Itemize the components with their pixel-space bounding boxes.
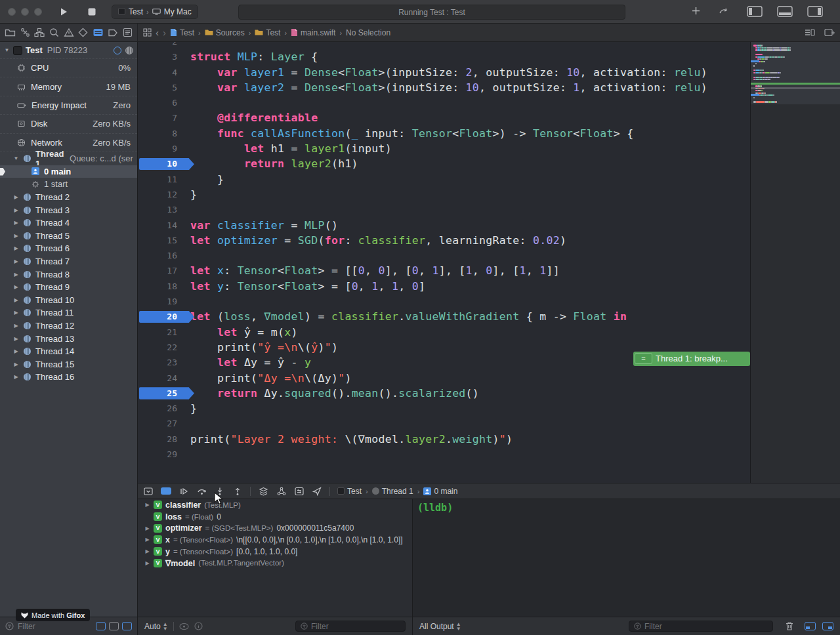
editor-mode-icon[interactable]: [719, 6, 730, 16]
forward-icon[interactable]: ›: [163, 27, 166, 38]
show-stack-frames-icon[interactable]: [122, 622, 132, 630]
step-out-icon[interactable]: [232, 486, 243, 497]
add-editor-icon[interactable]: [824, 28, 835, 37]
variable-row-classifier[interactable]: ▶Vclassifier(Test.MLP): [138, 499, 412, 511]
disclosure-triangle-icon[interactable]: ▼: [4, 47, 10, 53]
source-editor[interactable]: 23struct MLP: Layer {4 var layer1 = Dens…: [138, 42, 840, 483]
test-navigator-icon[interactable]: [78, 28, 88, 37]
gauge-row-memory[interactable]: Memory19 MB: [0, 77, 137, 96]
disclosure-triangle-icon[interactable]: ▶: [13, 245, 19, 251]
variable-row-∇model[interactable]: ▶V∇model(Test.MLP.TangentVector): [138, 557, 412, 569]
disclosure-triangle-icon[interactable]: ▶: [13, 284, 19, 290]
toggle-navigator-icon[interactable]: [747, 6, 763, 17]
disclosure-triangle-icon[interactable]: ▶: [13, 361, 19, 367]
debug-breadcrumb-item[interactable]: 0 main: [423, 487, 457, 496]
disclosure-triangle-icon[interactable]: ▶: [13, 233, 19, 239]
thread-row-3[interactable]: ▶Thread 3: [0, 203, 137, 216]
variable-row-y[interactable]: ▶Vy= (Tensor<Float>)[0.0, 1.0, 1.0, 0.0]: [138, 546, 412, 558]
disclosure-triangle-icon[interactable]: ▶: [13, 220, 19, 226]
disclosure-triangle-icon[interactable]: ▶: [13, 336, 19, 342]
gutter-line-15[interactable]: 15: [138, 233, 190, 248]
gutter-line-9[interactable]: 9: [138, 141, 190, 156]
thread-row-7[interactable]: ▶Thread 7: [0, 255, 137, 268]
variable-row-optimizer[interactable]: ▶Voptimizer= (SGD<Test.MLP>)0x000000011c…: [138, 522, 412, 534]
disclosure-triangle-icon[interactable]: ▶: [13, 348, 19, 354]
console-scope-select[interactable]: All Output ▲▼: [419, 622, 461, 631]
disclosure-triangle-icon[interactable]: ▶: [144, 537, 150, 543]
disclosure-triangle-icon[interactable]: ▶: [13, 297, 19, 303]
debug-breadcrumb-item[interactable]: Test: [337, 487, 362, 496]
gutter-line-27[interactable]: 27: [138, 416, 190, 431]
thread-row-15[interactable]: ▶Thread 15: [0, 358, 137, 371]
code-area[interactable]: 23struct MLP: Layer {4 var layer1 = Dens…: [138, 42, 840, 462]
thread-row-11[interactable]: ▶Thread 11: [0, 306, 137, 319]
debug-navigator-icon[interactable]: [93, 28, 104, 37]
variables-scope-select[interactable]: Auto ▲▼: [144, 622, 168, 631]
breadcrumb-item[interactable]: No Selection: [346, 28, 390, 37]
thread-row-12[interactable]: ▶Thread 12: [0, 319, 137, 333]
project-navigator-icon[interactable]: [5, 28, 16, 37]
thread-row-4[interactable]: ▶Thread 4: [0, 216, 137, 230]
gutter-line-2[interactable]: 2: [138, 42, 190, 49]
breadcrumb-item[interactable]: Test: [170, 28, 194, 37]
report-navigator-icon[interactable]: [123, 28, 133, 37]
view-process-by-queue-icon[interactable]: [125, 47, 133, 54]
disclosure-triangle-icon[interactable]: ▶: [144, 560, 150, 566]
variable-row-x[interactable]: ▶Vx= (Tensor<Float>)\n[[0.0, 0.0],\n [0.…: [138, 534, 412, 546]
gutter-line-8[interactable]: 8: [138, 126, 190, 141]
simulate-location-icon[interactable]: [312, 486, 322, 497]
thread-row-9[interactable]: ▶Thread 9: [0, 281, 137, 294]
gutter-line-26[interactable]: 26: [138, 401, 190, 416]
gutter-line-21[interactable]: 21: [138, 325, 190, 340]
variable-row-loss[interactable]: Vloss= (Float)0: [138, 511, 412, 523]
debug-breadcrumb-item[interactable]: Thread 1: [372, 487, 413, 496]
minimap[interactable]: [751, 42, 840, 483]
back-icon[interactable]: ‹: [156, 27, 159, 38]
gauge-row-energy[interactable]: Energy ImpactZero: [0, 96, 137, 115]
memory-graph-icon[interactable]: [276, 486, 287, 497]
disclosure-triangle-icon[interactable]: ▶: [13, 374, 19, 380]
toggle-console-view-icon[interactable]: [822, 622, 833, 630]
hide-debug-area-icon[interactable]: [143, 486, 154, 497]
close-window-button[interactable]: [8, 8, 16, 16]
breadcrumb-item[interactable]: Sources: [205, 28, 245, 37]
thread-row-8[interactable]: ▶Thread 8: [0, 268, 137, 281]
console-view[interactable]: (lldb): [412, 499, 840, 617]
gutter-line-14[interactable]: 14: [138, 218, 190, 233]
library-add-icon[interactable]: [691, 6, 701, 16]
thread-row-16[interactable]: ▶Thread 16: [0, 371, 137, 384]
disclosure-triangle-icon[interactable]: ▶: [13, 310, 19, 316]
gutter-line-6[interactable]: 6: [138, 95, 190, 110]
run-button[interactable]: [59, 7, 68, 16]
disclosure-triangle-icon[interactable]: ▶: [144, 525, 150, 531]
gutter-line-23[interactable]: 23: [138, 355, 190, 370]
breakpoint-navigator-icon[interactable]: [108, 28, 118, 37]
breakpoint-banner[interactable]: = Thread 1: breakp...: [633, 352, 750, 366]
stack-frame-1-start[interactable]: 1 start: [0, 178, 137, 191]
breakpoints-toggle[interactable]: [161, 487, 171, 495]
environment-overrides-icon[interactable]: [294, 486, 304, 497]
variables-filter-field[interactable]: Filter: [295, 621, 406, 632]
gutter-line-19[interactable]: 19: [138, 294, 190, 309]
console-filter-field[interactable]: Filter: [629, 621, 773, 632]
related-items-icon[interactable]: [143, 28, 152, 37]
navigator-filter-input[interactable]: Filter: [18, 622, 35, 631]
gutter-line-24[interactable]: 24: [138, 371, 190, 386]
show-paused-only-icon[interactable]: [96, 622, 106, 630]
variables-view[interactable]: ▶Vclassifier(Test.MLP)Vloss= (Float)0▶Vo…: [138, 499, 412, 617]
gutter-line-17[interactable]: 17: [138, 263, 190, 278]
gutter-line-28[interactable]: 28: [138, 432, 190, 447]
gutter-line-18[interactable]: 18: [138, 279, 190, 294]
thread-row-6[interactable]: ▶Thread 6: [0, 242, 137, 255]
info-icon[interactable]: [194, 622, 203, 630]
view-hierarchy-icon[interactable]: [258, 486, 269, 497]
scheme-selector[interactable]: Test › My Mac: [112, 5, 198, 19]
gutter-line-16[interactable]: 16: [138, 248, 190, 263]
breadcrumb-item[interactable]: Test: [255, 28, 280, 37]
gauge-row-cpu[interactable]: CPU0%: [0, 59, 137, 77]
thread-row-14[interactable]: ▶Thread 14: [0, 345, 137, 358]
gutter-line-13[interactable]: 13: [138, 202, 190, 217]
process-row[interactable]: ▼ Test PID 78223: [0, 42, 137, 59]
show-crashed-icon[interactable]: [109, 622, 119, 630]
toggle-inspector-icon[interactable]: [807, 6, 823, 17]
